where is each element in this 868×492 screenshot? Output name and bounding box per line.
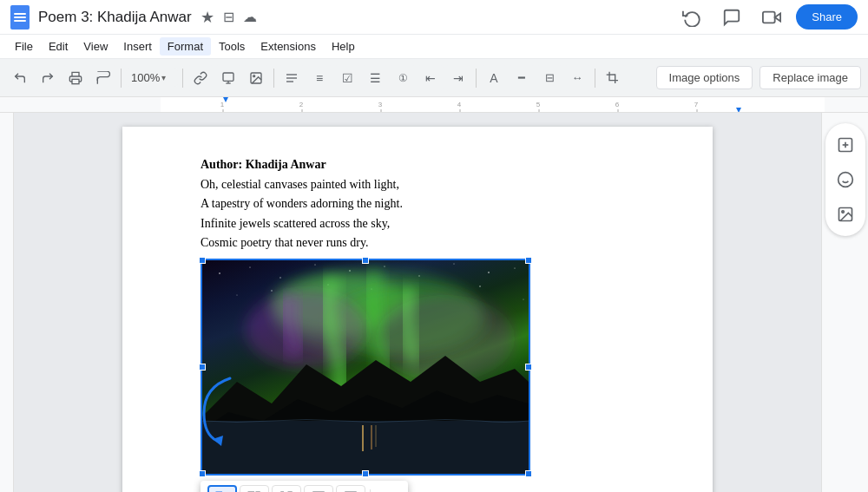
comments-btn[interactable] [716, 2, 747, 33]
text-color-button[interactable]: ━ [509, 65, 535, 91]
image-upload-icon [837, 206, 854, 223]
history-btn[interactable] [676, 2, 707, 33]
star-icon[interactable]: ★ [201, 8, 214, 27]
spacing-button[interactable]: ⊟ [536, 65, 562, 91]
wrap-text-button[interactable] [240, 485, 269, 492]
sidebar-button-group [825, 123, 865, 236]
zoom-dropdown[interactable]: 100% ▾ [126, 69, 178, 87]
svg-point-28 [219, 272, 220, 274]
line-spacing-button[interactable]: ≡ [306, 65, 332, 91]
aurora-svg [202, 260, 529, 474]
poem-line-4: Cosmic poetry that never runs dry. [201, 233, 635, 253]
right-sidebar [821, 113, 868, 492]
svg-point-47 [246, 291, 367, 369]
svg-text:5: 5 [536, 101, 541, 108]
more-options-button[interactable]: ⋮ [375, 485, 401, 492]
handle-top-right[interactable] [525, 257, 532, 264]
svg-text:2: 2 [299, 101, 304, 108]
vertical-ruler [0, 113, 14, 492]
toolbar-separator-3 [273, 69, 274, 88]
svg-point-35 [454, 263, 455, 264]
zoom-chevron-icon: ▾ [161, 73, 166, 82]
svg-marker-53 [213, 436, 223, 446]
wrap-inline-button[interactable] [207, 485, 237, 492]
handle-top-mid[interactable] [362, 257, 369, 264]
checklist-button[interactable]: ☑ [334, 65, 360, 91]
menu-tools[interactable]: Tools [211, 37, 253, 56]
ruler: 1 2 3 4 5 6 7 [0, 97, 868, 113]
menu-insert[interactable]: Insert [115, 37, 160, 56]
image-position-toolbar: ⋮ [201, 481, 408, 492]
indent-increase-button[interactable]: ⇥ [445, 65, 471, 91]
svg-marker-27 [736, 108, 741, 113]
svg-point-31 [315, 264, 316, 265]
menu-extensions[interactable]: Extensions [253, 37, 324, 56]
comment-inline-icon [221, 71, 235, 85]
crop-button[interactable] [600, 65, 626, 91]
history-icon [682, 8, 701, 27]
crop-icon [606, 71, 620, 85]
menu-view[interactable]: View [76, 37, 115, 56]
share-button[interactable]: Share [796, 4, 858, 30]
paint-icon [96, 71, 110, 85]
redo-button[interactable] [35, 65, 61, 91]
comment-icon [722, 8, 741, 27]
highlight-button[interactable]: A [481, 65, 507, 91]
document-page: Author: Khadija Anwar Oh, celestial canv… [122, 127, 713, 492]
redo-icon [41, 71, 55, 85]
doc-icon [10, 5, 30, 30]
link-button[interactable] [187, 65, 214, 91]
handle-bot-left[interactable] [199, 470, 206, 477]
toolbar-divider [370, 489, 371, 492]
replace-image-button[interactable]: Replace image [760, 66, 861, 89]
undo-icon [13, 71, 27, 85]
folder-icon[interactable]: ⊟ [223, 9, 234, 25]
paint-format-button[interactable] [90, 65, 116, 91]
author-line: Author: Khadija Anwar [201, 158, 635, 172]
align-button[interactable] [279, 65, 305, 91]
comment-inline-button[interactable] [215, 65, 241, 91]
svg-point-89 [841, 211, 844, 213]
menu-file[interactable]: File [7, 37, 41, 56]
numbered-list-button[interactable]: ① [390, 65, 416, 91]
align-icon [285, 71, 299, 85]
video-btn[interactable] [756, 2, 787, 33]
bullets-button[interactable]: ☰ [362, 65, 388, 91]
svg-marker-0 [775, 13, 780, 21]
text-direction-button[interactable]: ↔ [564, 65, 590, 91]
menu-help[interactable]: Help [324, 37, 363, 56]
video-icon [762, 8, 781, 27]
svg-rect-49 [202, 421, 529, 474]
image-upload-button[interactable] [831, 200, 860, 229]
wrap-left-button[interactable] [304, 485, 333, 492]
selected-image-container[interactable]: ⋮ In line [201, 259, 530, 476]
handle-mid-right[interactable] [525, 364, 532, 371]
image-options-button[interactable]: Image options [656, 66, 753, 89]
svg-point-85 [838, 173, 852, 187]
handle-bot-right[interactable] [525, 470, 532, 477]
cloud-icon[interactable]: ☁ [243, 9, 257, 25]
handle-bot-mid[interactable] [362, 470, 369, 477]
curved-arrow-annotation [187, 370, 247, 448]
poem-line-2: A tapestry of wonders adorning the night… [201, 194, 635, 213]
emoji-button[interactable] [831, 165, 860, 194]
handle-top-left[interactable] [199, 257, 206, 264]
menu-format[interactable]: Format [160, 37, 211, 56]
break-text-button[interactable] [272, 485, 301, 492]
toolbar-separator-4 [476, 69, 477, 88]
document-title: Poem 3: Khadija Anwar [38, 9, 192, 26]
wrap-right-button[interactable] [336, 485, 365, 492]
svg-point-38 [237, 294, 238, 295]
image-button[interactable] [243, 65, 269, 91]
svg-point-37 [514, 267, 515, 268]
indent-decrease-button[interactable]: ⇤ [418, 65, 444, 91]
aurora-image [202, 260, 529, 474]
undo-button[interactable] [7, 65, 33, 91]
print-button[interactable] [62, 65, 89, 91]
page-area: Author: Khadija Anwar Oh, celestial canv… [14, 113, 821, 492]
link-icon [194, 71, 207, 85]
svg-rect-2 [72, 79, 79, 83]
svg-text:1: 1 [220, 101, 225, 108]
add-content-button[interactable] [831, 130, 860, 160]
menu-edit[interactable]: Edit [41, 37, 76, 56]
